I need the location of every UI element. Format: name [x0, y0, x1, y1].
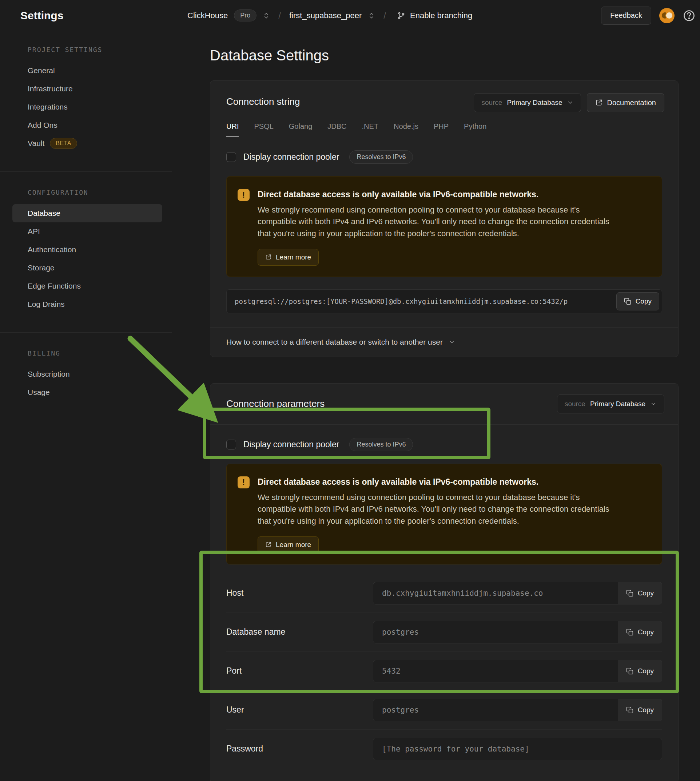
sidebar-item-storage[interactable]: Storage	[12, 259, 162, 277]
ipv6-warning-banner: ! Direct database access is only availab…	[226, 464, 662, 564]
display-connection-pooler-checkbox[interactable]	[226, 152, 236, 162]
user-label: User	[226, 705, 373, 715]
copy-label: Copy	[638, 628, 654, 636]
chevron-sort-icon[interactable]	[263, 12, 270, 19]
password-input[interactable]: [The password for your database]	[373, 738, 662, 760]
warning-title: Direct database access is only available…	[258, 187, 618, 199]
learn-more-button[interactable]: Learn more	[258, 536, 319, 553]
sidebar-item-edge-functions[interactable]: Edge Functions	[12, 277, 162, 295]
copy-icon	[626, 629, 633, 636]
tab-php[interactable]: PHP	[434, 122, 448, 137]
password-label: Password	[226, 744, 373, 754]
sidebar-item-log-drains[interactable]: Log Drains	[12, 295, 162, 313]
copy-button[interactable]: Copy	[618, 582, 662, 604]
sidebar-item-label: Storage	[28, 264, 55, 272]
help-icon[interactable]	[683, 9, 696, 22]
settings-page: Settings ClickHouse Pro / first_supabase…	[0, 0, 700, 781]
warning-title: Direct database access is only available…	[258, 475, 618, 487]
avatar[interactable]	[659, 8, 675, 23]
connection-parameter-fields: Host db.cxhygiuitamxhniiddjm.supabase.co…	[226, 574, 662, 768]
pooler-row: Display connection pooler Resolves to IP…	[226, 438, 662, 451]
tab-uri[interactable]: URI	[226, 122, 239, 137]
source-select-value: Primary Database	[507, 98, 562, 107]
tab-dotnet[interactable]: .NET	[362, 122, 379, 137]
external-link-icon	[595, 99, 602, 106]
resolves-to-ipv6-badge: Resolves to IPv6	[349, 150, 413, 164]
sidebar-item-label: Log Drains	[28, 300, 65, 309]
sidebar-item-subscription[interactable]: Subscription	[12, 365, 162, 383]
pooler-row: Display connection pooler Resolves to IP…	[226, 150, 662, 164]
settings-sidebar: PROJECT SETTINGS General Infrastructure …	[0, 31, 172, 781]
source-select[interactable]: source Primary Database	[557, 394, 664, 414]
breadcrumb-project[interactable]: first_supabase_peer	[289, 11, 362, 20]
sidebar-item-add-ons[interactable]: Add Ons	[12, 116, 162, 134]
copy-icon	[626, 668, 633, 675]
sidebar-item-infrastructure[interactable]: Infrastructure	[12, 80, 162, 98]
copy-label: Copy	[638, 667, 654, 675]
sidebar-item-label: Usage	[28, 388, 50, 397]
page-title: Database Settings	[210, 47, 700, 64]
display-connection-pooler-checkbox[interactable]	[226, 440, 236, 449]
plan-badge: Pro	[234, 10, 257, 22]
connect-help-toggle[interactable]: How to connect to a different database o…	[210, 327, 678, 357]
warning-icon: !	[238, 189, 250, 201]
sidebar-divider	[0, 332, 172, 333]
sidebar-item-api[interactable]: API	[12, 222, 162, 240]
sidebar-item-integrations[interactable]: Integrations	[12, 98, 162, 116]
user-input[interactable]: postgres	[373, 699, 618, 721]
sidebar-item-authentication[interactable]: Authentication	[12, 240, 162, 259]
sidebar-item-label: Subscription	[28, 370, 70, 379]
sidebar-item-label: Database	[28, 209, 60, 218]
host-label: Host	[226, 588, 373, 598]
port-label: Port	[226, 666, 373, 676]
chevron-sort-icon[interactable]	[368, 12, 375, 19]
copy-button[interactable]: Copy	[616, 292, 659, 310]
tab-psql[interactable]: PSQL	[254, 122, 273, 137]
tab-golang[interactable]: Golang	[289, 122, 313, 137]
sidebar-item-database[interactable]: Database	[12, 204, 162, 222]
connection-uri-value: postgresql://postgres:[YOUR-PASSWORD]@db…	[235, 297, 568, 305]
main-content: Database Settings Connection string sour…	[172, 31, 700, 781]
beta-badge: BETA	[50, 138, 77, 149]
copy-label: Copy	[638, 589, 654, 597]
port-input[interactable]: 5432	[373, 660, 618, 683]
host-input[interactable]: db.cxhygiuitamxhniiddjm.supabase.co	[373, 582, 618, 604]
connection-string-header: Connection string source Primary Databas…	[210, 81, 678, 112]
copy-icon	[624, 298, 631, 305]
connection-parameters-title: Connection parameters	[226, 398, 325, 409]
sidebar-section-heading-configuration: CONFIGURATION	[0, 189, 172, 204]
sidebar-item-label: Infrastructure	[28, 84, 73, 93]
copy-button[interactable]: Copy	[618, 621, 662, 643]
top-bar: Settings ClickHouse Pro / first_supabase…	[0, 0, 700, 31]
learn-more-button[interactable]: Learn more	[258, 249, 319, 266]
source-select[interactable]: source Primary Database	[474, 93, 581, 112]
sidebar-item-general[interactable]: General	[12, 62, 162, 80]
field-row-port: Port 5432 Copy	[226, 651, 662, 690]
sidebar-item-label: General	[28, 66, 55, 75]
copy-button[interactable]: Copy	[618, 699, 662, 721]
documentation-button[interactable]: Documentation	[587, 93, 664, 112]
copy-icon	[626, 706, 633, 714]
sidebar-section-heading-project-settings: PROJECT SETTINGS	[0, 46, 172, 62]
tab-python[interactable]: Python	[464, 122, 487, 137]
sidebar-item-vault[interactable]: Vault BETA	[12, 134, 162, 152]
sidebar-item-label: Vault	[28, 139, 44, 148]
sidebar-item-label: API	[28, 227, 40, 236]
connection-uri-field[interactable]: postgresql://postgres:[YOUR-PASSWORD]@db…	[226, 289, 662, 313]
breadcrumb-org[interactable]: ClickHouse	[187, 11, 228, 20]
ipv6-warning-banner: ! Direct database access is only availab…	[226, 176, 662, 277]
enable-branching-button[interactable]: Enable branching	[397, 11, 472, 20]
database-name-input[interactable]: postgres	[373, 621, 618, 643]
warning-icon: !	[238, 476, 250, 488]
copy-button[interactable]: Copy	[618, 660, 662, 683]
connection-parameters-card: Connection parameters source Primary Dat…	[210, 383, 678, 781]
sidebar-item-usage[interactable]: Usage	[12, 383, 162, 401]
feedback-button[interactable]: Feedback	[601, 7, 651, 25]
tab-jdbc[interactable]: JDBC	[327, 122, 347, 137]
field-row-password: Password [The password for your database…	[226, 729, 662, 768]
chevron-down-icon	[650, 401, 657, 407]
tab-nodejs[interactable]: Node.js	[394, 122, 418, 137]
sidebar-item-label: Edge Functions	[28, 282, 81, 290]
connection-string-title: Connection string	[226, 93, 300, 107]
source-select-label: source	[481, 98, 502, 107]
